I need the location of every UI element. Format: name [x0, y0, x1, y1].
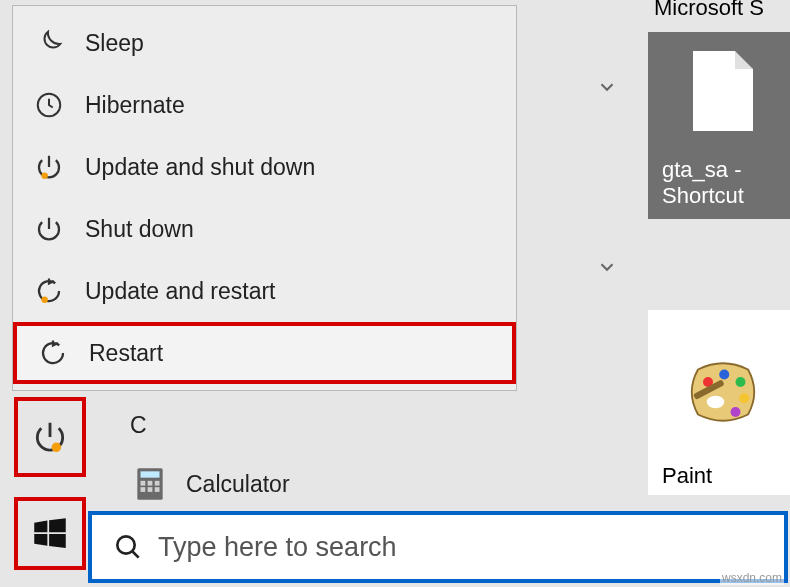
power-menu-hibernate[interactable]: Hibernate	[13, 74, 516, 136]
tile-group-label: Microsoft S	[654, 0, 764, 21]
moon-icon	[31, 25, 67, 61]
taskbar: Type here to search	[0, 509, 790, 587]
clock-icon	[31, 87, 67, 123]
svg-point-16	[739, 393, 749, 403]
paint-icon	[662, 320, 784, 463]
svg-point-19	[117, 536, 134, 553]
power-menu-hibernate-label: Hibernate	[85, 92, 185, 119]
tile-gta-sa-shortcut[interactable]: gta_sa - Shortcut	[648, 32, 790, 219]
svg-point-2	[41, 297, 48, 304]
search-icon	[106, 525, 150, 569]
app-list-calculator[interactable]: Calculator	[110, 455, 500, 513]
power-update-icon	[31, 149, 67, 185]
svg-point-14	[719, 369, 729, 379]
app-list-group-header[interactable]: C	[110, 395, 500, 455]
tile-paint[interactable]: Paint	[648, 310, 790, 495]
power-menu-restart-label: Restart	[89, 340, 163, 367]
svg-point-17	[731, 407, 741, 417]
svg-rect-4	[141, 471, 160, 477]
power-menu-shutdown[interactable]: Shut down	[13, 198, 516, 260]
power-menu: Sleep Hibernate Update and shut down Shu…	[12, 5, 517, 391]
power-menu-update-shutdown[interactable]: Update and shut down	[13, 136, 516, 198]
svg-line-20	[132, 551, 138, 557]
chevron-down-icon[interactable]	[574, 252, 640, 282]
power-with-badge-icon	[31, 418, 69, 456]
svg-point-12	[707, 395, 725, 408]
tile-gta-label: gta_sa - Shortcut	[662, 157, 784, 209]
tile-paint-label: Paint	[662, 463, 784, 489]
power-menu-update-restart[interactable]: Update and restart	[13, 260, 516, 322]
power-menu-restart[interactable]: Restart	[13, 322, 516, 384]
power-menu-shutdown-label: Shut down	[85, 216, 194, 243]
power-icon	[31, 211, 67, 247]
svg-rect-9	[148, 487, 153, 492]
svg-rect-6	[148, 481, 153, 486]
svg-rect-7	[155, 481, 160, 486]
taskbar-search[interactable]: Type here to search	[88, 511, 788, 583]
calculator-icon	[130, 464, 170, 504]
svg-rect-8	[141, 487, 146, 492]
chevron-down-icon[interactable]	[574, 72, 640, 102]
power-menu-update-restart-label: Update and restart	[85, 278, 276, 305]
power-menu-update-shutdown-label: Update and shut down	[85, 154, 315, 181]
svg-point-15	[736, 377, 746, 387]
svg-rect-5	[141, 481, 146, 486]
restart-update-icon	[31, 273, 67, 309]
app-list-group-letter: C	[130, 412, 147, 439]
power-menu-sleep[interactable]: Sleep	[13, 12, 516, 74]
svg-rect-10	[155, 487, 160, 492]
app-list-calculator-label: Calculator	[186, 471, 290, 498]
document-icon	[693, 51, 753, 131]
svg-point-11	[52, 443, 62, 453]
start-rail-power-button[interactable]	[14, 397, 86, 477]
taskbar-search-placeholder: Type here to search	[158, 532, 397, 563]
svg-point-1	[41, 173, 48, 180]
restart-icon	[35, 335, 71, 371]
watermark: wsxdn.com	[720, 571, 784, 585]
power-menu-sleep-label: Sleep	[85, 30, 144, 57]
start-app-list: C Calculator	[110, 395, 500, 513]
